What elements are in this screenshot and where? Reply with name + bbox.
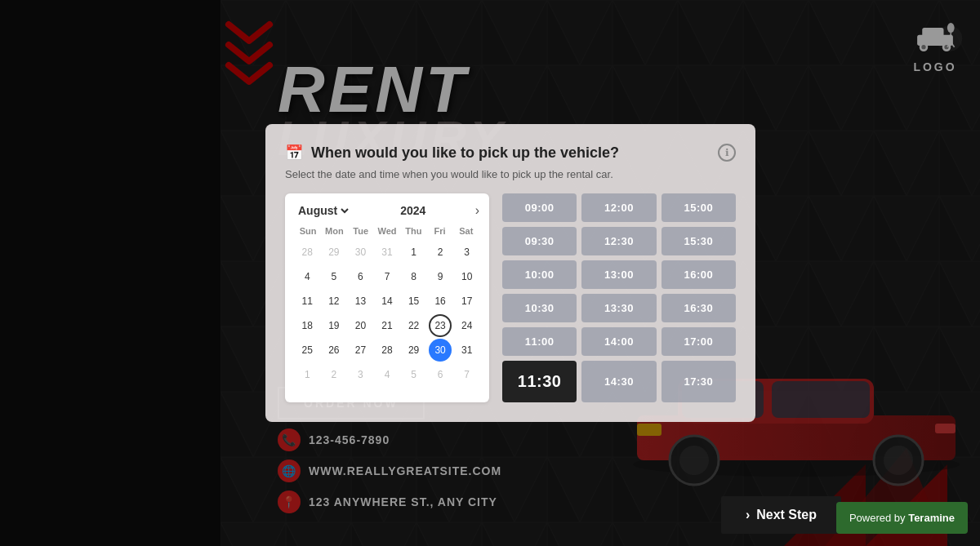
calendar-day[interactable]: 2 [429,241,452,264]
teramine-brand: Teramine [908,512,955,524]
calendar-day[interactable]: 5 [403,363,425,386]
calendar-day[interactable]: 21 [376,314,399,337]
calendar-day[interactable]: 1 [403,241,425,264]
next-step-label: Next Step [756,508,817,522]
calendar-days-header: SunMonTueWedThuFriSat [295,226,479,236]
calendar-day[interactable]: 4 [376,363,399,386]
pickup-modal: 📅 When would you like to pick up the veh… [265,124,755,422]
time-slot-0900[interactable]: 09:00 [502,193,577,222]
calendar-day[interactable]: 14 [376,290,399,313]
calendar-day[interactable]: 3 [456,241,479,264]
time-slot-1200[interactable]: 12:00 [581,193,656,222]
calendar-day[interactable]: 3 [349,363,372,386]
calendar-day[interactable]: 1 [296,363,318,386]
time-slot-1030[interactable]: 10:30 [502,294,577,322]
calendar-day[interactable]: 8 [403,265,425,288]
time-slot-1230[interactable]: 12:30 [581,227,656,255]
calendar-day[interactable]: 30 [429,339,452,362]
day-name-sun: Sun [295,226,321,236]
calendar: August 2024 › SunMonTueWedThuFriSat 2829… [285,193,489,402]
next-step-chevron: › [746,508,750,522]
month-select[interactable]: August [295,203,351,218]
modal-subtitle: Select the date and time when you would … [285,168,736,180]
calendar-day[interactable]: 5 [323,265,345,288]
calendar-header: August 2024 › [295,203,479,218]
time-slot-1000[interactable]: 10:00 [502,260,577,289]
time-slot-1500[interactable]: 15:00 [662,193,736,222]
calendar-day[interactable]: 31 [456,339,479,362]
calendar-day[interactable]: 17 [456,290,479,313]
calendar-day[interactable]: 24 [456,314,479,337]
calendar-day[interactable]: 9 [429,265,452,288]
calendar-day[interactable]: 27 [349,339,372,362]
time-slot-1730[interactable]: 17:30 [662,361,736,402]
calendar-day[interactable]: 15 [403,290,425,313]
calendar-day[interactable]: 20 [349,314,372,337]
calendar-day[interactable]: 26 [323,339,345,362]
calendar-day[interactable]: 16 [429,290,452,313]
modal-header: 📅 When would you like to pick up the veh… [285,144,736,162]
time-slot-1300[interactable]: 13:00 [581,260,656,289]
calendar-day[interactable]: 18 [296,314,318,337]
time-slot-1700[interactable]: 17:00 [662,327,736,356]
calendar-day[interactable]: 4 [296,265,318,288]
calendar-day[interactable]: 13 [349,290,372,313]
day-name-tue: Tue [348,226,374,236]
time-slot-1600[interactable]: 16:00 [662,260,736,289]
calendar-day[interactable]: 7 [376,265,399,288]
day-name-sat: Sat [453,226,479,236]
calendar-day[interactable]: 22 [403,314,425,337]
calendar-day[interactable]: 28 [296,241,318,264]
calendar-icon: 📅 [285,144,303,162]
powered-by-prefix: Powered by [849,512,906,524]
calendar-day[interactable]: 7 [456,363,479,386]
calendar-day[interactable]: 6 [429,363,452,386]
calendar-day[interactable]: 11 [296,290,318,313]
time-slots: 09:0012:0015:0009:3012:3015:3010:0013:00… [502,193,736,402]
time-slot-1430[interactable]: 14:30 [581,361,656,402]
time-slot-1330[interactable]: 13:30 [581,294,656,322]
calendar-grid: 2829303112345678910111213141516171819202… [295,241,479,386]
day-name-wed: Wed [374,226,400,236]
calendar-day[interactable]: 2 [323,363,345,386]
calendar-day[interactable]: 31 [376,241,399,264]
powered-by-badge: Powered by Teramine [836,502,968,534]
calendar-day[interactable]: 23 [429,314,452,337]
time-grid: 09:0012:0015:0009:3012:3015:3010:0013:00… [502,193,736,402]
modal-body: August 2024 › SunMonTueWedThuFriSat 2829… [285,193,736,402]
calendar-day[interactable]: 10 [456,265,479,288]
modal-title-row: 📅 When would you like to pick up the veh… [285,144,619,162]
day-name-thu: Thu [400,226,426,236]
calendar-day[interactable]: 29 [403,339,425,362]
day-name-mon: Mon [321,226,347,236]
calendar-day[interactable]: 19 [323,314,345,337]
modal-title: When would you like to pick up the vehic… [311,144,619,162]
calendar-year: 2024 [400,204,425,217]
time-slot-0930[interactable]: 09:30 [502,227,577,255]
info-icon[interactable]: ℹ [718,144,736,162]
modal-overlay: 📅 When would you like to pick up the veh… [0,0,980,546]
time-slot-1530[interactable]: 15:30 [662,227,736,255]
calendar-day[interactable]: 28 [376,339,399,362]
time-slot-1100[interactable]: 11:00 [502,327,577,356]
next-step-button[interactable]: › Next Step [721,496,841,534]
calendar-day[interactable]: 30 [349,241,372,264]
calendar-day[interactable]: 6 [349,265,372,288]
day-name-fri: Fri [426,226,452,236]
calendar-day[interactable]: 25 [296,339,318,362]
calendar-next-button[interactable]: › [475,203,479,218]
time-slot-1130[interactable]: 11:30 [502,361,577,402]
calendar-day[interactable]: 12 [323,290,345,313]
time-slot-1630[interactable]: 16:30 [662,294,736,322]
time-slot-1400[interactable]: 14:00 [581,327,656,356]
calendar-day[interactable]: 29 [323,241,345,264]
